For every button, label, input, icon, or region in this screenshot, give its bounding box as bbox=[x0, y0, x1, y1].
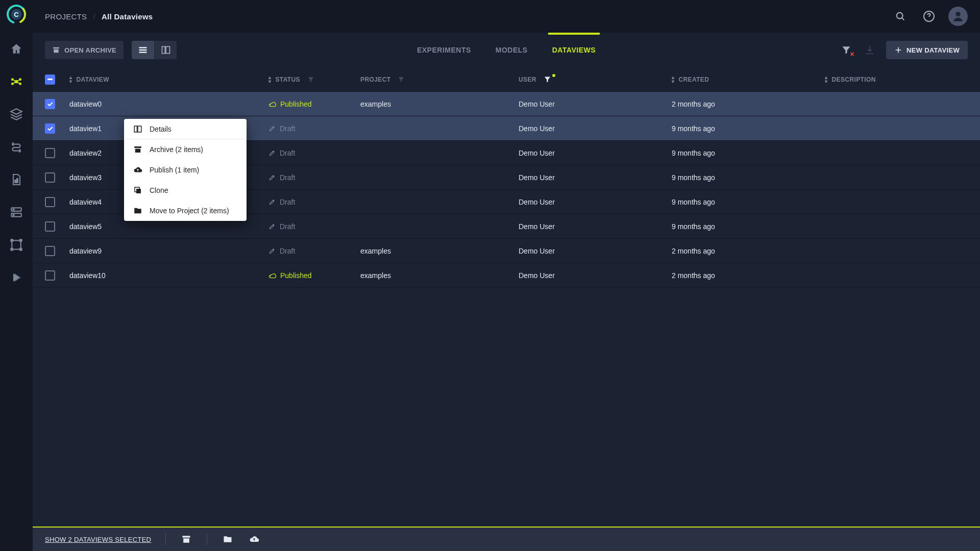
cell-project: examples bbox=[360, 271, 519, 280]
cell-status: Published bbox=[268, 271, 360, 280]
breadcrumb-root[interactable]: PROJECTS bbox=[45, 12, 87, 21]
show-selected-link[interactable]: SHOW 2 DATAVIEWS SELECTED bbox=[45, 536, 151, 543]
sort-icon: ▴▾ bbox=[825, 76, 827, 84]
detail-icon bbox=[161, 45, 171, 55]
status-published: Published bbox=[268, 271, 312, 280]
ctx-clone[interactable]: Clone bbox=[124, 180, 247, 201]
row-checkbox[interactable] bbox=[45, 221, 55, 232]
cell-status: Draft bbox=[268, 173, 360, 182]
cell-name: dataview10 bbox=[69, 271, 268, 280]
new-dataview-button[interactable]: NEW DATAVIEW bbox=[886, 41, 968, 59]
top-header: PROJECTS / All Dataviews bbox=[33, 0, 980, 33]
separator bbox=[207, 534, 207, 545]
archive-icon bbox=[133, 145, 142, 154]
archive-icon bbox=[52, 46, 60, 54]
col-header-user[interactable]: USER bbox=[519, 76, 672, 83]
table-wrap: ▴▾ DATAVIEW ▴▾ STATUS PROJECT USER ▴▾ CR… bbox=[33, 67, 980, 527]
svg-point-12 bbox=[13, 214, 14, 215]
breadcrumb-sep: / bbox=[93, 12, 95, 21]
nav-annotations[interactable] bbox=[6, 235, 27, 255]
tab-dataviews[interactable]: DATAVIEWS bbox=[552, 33, 596, 67]
view-list-button[interactable] bbox=[132, 41, 154, 59]
row-checkbox[interactable] bbox=[45, 123, 55, 134]
content-area: OPEN ARCHIVE EXPERIMENTS MODELS DATAVIEW… bbox=[33, 33, 980, 551]
row-checkbox[interactable] bbox=[45, 99, 55, 109]
cell-created: 9 months ago bbox=[672, 149, 825, 157]
view-detail-button[interactable] bbox=[154, 41, 177, 59]
ctx-publish[interactable]: Publish (1 item) bbox=[124, 160, 247, 180]
ctx-details[interactable]: Details bbox=[124, 119, 247, 139]
table-row[interactable]: dataview9 Draft examples Demo User 2 mon… bbox=[33, 239, 980, 263]
context-menu: Details Archive (2 items) Publish (1 ite… bbox=[124, 119, 247, 221]
ctx-archive[interactable]: Archive (2 items) bbox=[124, 139, 247, 160]
clone-icon bbox=[133, 186, 142, 195]
col-header-created[interactable]: ▴▾ CREATED bbox=[672, 76, 825, 84]
cell-created: 2 months ago bbox=[672, 271, 825, 280]
open-archive-button[interactable]: OPEN ARCHIVE bbox=[45, 41, 124, 59]
download-icon bbox=[864, 44, 875, 56]
cell-status: Draft bbox=[268, 149, 360, 157]
cell-created: 9 months ago bbox=[672, 124, 825, 133]
nav-home[interactable] bbox=[6, 39, 27, 59]
row-checkbox[interactable] bbox=[45, 270, 55, 281]
new-dataview-label: NEW DATAVIEW bbox=[906, 46, 960, 54]
col-header-description[interactable]: ▴▾ DESCRIPTION bbox=[825, 76, 968, 84]
help-button[interactable] bbox=[920, 7, 938, 26]
download-button bbox=[863, 43, 877, 57]
archive-icon bbox=[181, 534, 191, 544]
cell-status: Draft bbox=[268, 198, 360, 206]
nav-datasets[interactable] bbox=[6, 71, 27, 92]
svg-text:C: C bbox=[14, 11, 19, 18]
user-avatar[interactable] bbox=[948, 7, 968, 26]
footer-archive-button[interactable] bbox=[180, 533, 192, 545]
move-icon bbox=[133, 206, 142, 215]
status-draft: Draft bbox=[268, 247, 295, 255]
ctx-move[interactable]: Move to Project (2 items) bbox=[124, 201, 247, 221]
selection-footer: SHOW 2 DATAVIEWS SELECTED bbox=[33, 527, 980, 551]
cell-status: Draft bbox=[268, 247, 360, 255]
sort-icon: ▴▾ bbox=[69, 76, 72, 84]
col-header-project[interactable]: PROJECT bbox=[360, 76, 519, 83]
main-tabs: EXPERIMENTS MODELS DATAVIEWS bbox=[417, 33, 596, 67]
app-logo[interactable]: C bbox=[6, 4, 27, 24]
table-row[interactable]: dataview0 Published examples Demo User 2… bbox=[33, 92, 980, 116]
nav-deploy[interactable] bbox=[6, 267, 27, 288]
tab-models[interactable]: MODELS bbox=[496, 33, 528, 67]
select-all-checkbox[interactable] bbox=[45, 74, 55, 85]
cell-user: Demo User bbox=[519, 198, 672, 206]
sort-icon: ▴▾ bbox=[268, 76, 271, 84]
tab-experiments[interactable]: EXPERIMENTS bbox=[417, 33, 471, 67]
footer-move-button[interactable] bbox=[222, 533, 234, 545]
row-checkbox[interactable] bbox=[45, 148, 55, 158]
status-draft: Draft bbox=[268, 222, 295, 231]
clear-filters-button[interactable]: ✕ bbox=[839, 43, 853, 57]
cell-user: Demo User bbox=[519, 173, 672, 182]
footer-publish-button[interactable] bbox=[248, 533, 260, 545]
svg-point-15 bbox=[20, 239, 22, 241]
cell-project: examples bbox=[360, 100, 519, 108]
row-checkbox[interactable] bbox=[45, 197, 55, 207]
sort-icon: ▴▾ bbox=[672, 76, 674, 84]
search-button[interactable] bbox=[891, 7, 910, 26]
status-draft: Draft bbox=[268, 198, 295, 206]
cell-created: 2 months ago bbox=[672, 247, 825, 255]
nav-workers[interactable] bbox=[6, 202, 27, 222]
svg-rect-25 bbox=[166, 46, 170, 53]
cell-created: 2 months ago bbox=[672, 100, 825, 108]
svg-rect-24 bbox=[162, 46, 165, 53]
plus-icon bbox=[894, 46, 902, 54]
svg-point-18 bbox=[897, 13, 903, 19]
col-header-name[interactable]: ▴▾ DATAVIEW bbox=[69, 76, 268, 84]
row-checkbox[interactable] bbox=[45, 246, 55, 256]
nav-reports[interactable] bbox=[6, 169, 27, 190]
nav-pipelines[interactable] bbox=[6, 137, 27, 157]
row-checkbox[interactable] bbox=[45, 172, 55, 183]
cell-user: Demo User bbox=[519, 271, 672, 280]
view-toggle bbox=[132, 41, 177, 59]
cell-created: 9 months ago bbox=[672, 198, 825, 206]
cell-status: Published bbox=[268, 100, 360, 108]
nav-projects[interactable] bbox=[6, 104, 27, 124]
svg-rect-27 bbox=[138, 126, 141, 132]
col-header-status[interactable]: ▴▾ STATUS bbox=[268, 76, 360, 84]
table-row[interactable]: dataview10 Published examples Demo User … bbox=[33, 263, 980, 288]
